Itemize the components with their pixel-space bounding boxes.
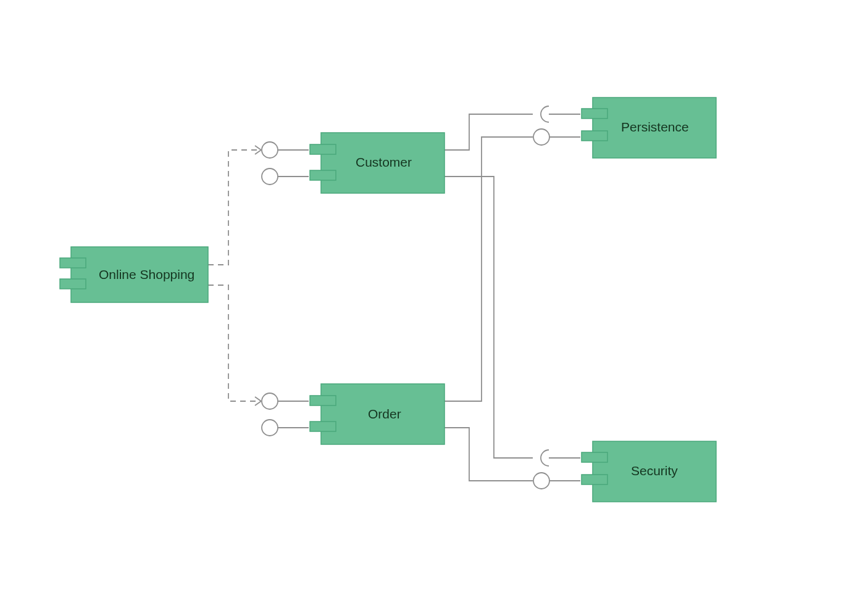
dep-onlineshopping-to-customer bbox=[208, 146, 261, 265]
component-diagram: Online Shopping Customer Order Persisten… bbox=[0, 0, 868, 611]
svg-point-6 bbox=[262, 420, 278, 436]
svg-point-12 bbox=[533, 473, 549, 489]
label-order: Order bbox=[368, 407, 401, 421]
component-online-shopping: Online Shopping bbox=[60, 247, 208, 302]
label-persistence: Persistence bbox=[621, 120, 689, 134]
component-security: Security bbox=[582, 441, 716, 502]
component-persistence: Persistence bbox=[582, 98, 716, 158]
label-security: Security bbox=[631, 463, 678, 478]
svg-point-9 bbox=[533, 129, 549, 145]
svg-rect-15 bbox=[60, 258, 86, 268]
iface-customer-left bbox=[262, 142, 309, 185]
svg-point-4 bbox=[262, 393, 278, 409]
label-customer: Customer bbox=[356, 155, 412, 169]
svg-rect-16 bbox=[60, 279, 86, 289]
svg-point-2 bbox=[262, 168, 278, 185]
svg-rect-27 bbox=[582, 452, 607, 462]
conn-customer-to-persistence bbox=[444, 114, 533, 150]
svg-rect-22 bbox=[310, 422, 336, 431]
svg-rect-28 bbox=[582, 475, 607, 484]
iface-security-left bbox=[533, 450, 580, 489]
conn-customer-to-security bbox=[444, 177, 533, 458]
iface-order-left bbox=[262, 393, 309, 436]
component-order: Order bbox=[310, 384, 444, 444]
svg-point-0 bbox=[262, 142, 278, 158]
iface-persistence-left bbox=[533, 106, 580, 145]
svg-rect-21 bbox=[310, 396, 336, 405]
svg-rect-25 bbox=[582, 131, 607, 141]
svg-rect-24 bbox=[582, 109, 607, 118]
conn-order-to-security bbox=[444, 428, 533, 481]
svg-rect-18 bbox=[310, 144, 336, 154]
svg-rect-19 bbox=[310, 170, 336, 180]
label-online-shopping: Online Shopping bbox=[99, 267, 194, 281]
dep-onlineshopping-to-order bbox=[208, 285, 261, 405]
component-customer: Customer bbox=[310, 133, 444, 193]
